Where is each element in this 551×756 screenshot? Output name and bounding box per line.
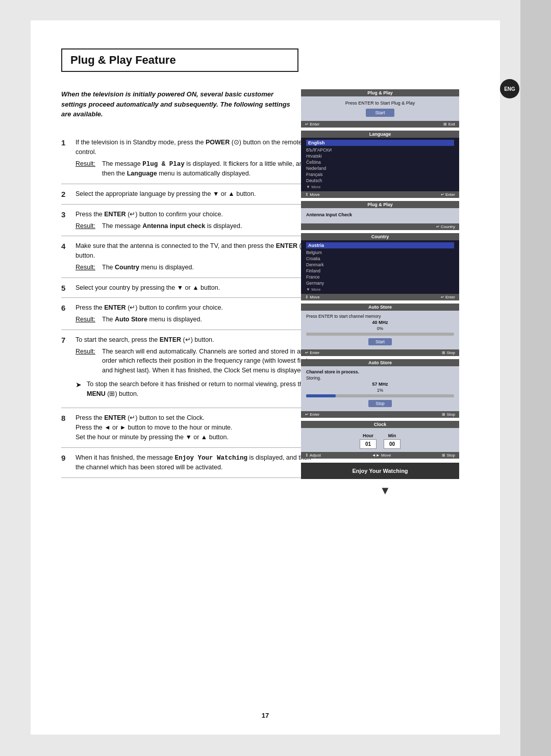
pp1-start-btn: Start: [366, 109, 394, 117]
as2-storing: Storing.: [306, 375, 454, 381]
step-6-content: Press the ENTER (↵) button to confirm yo…: [76, 303, 311, 324]
step-3-content: Press the ENTER (↵) button to confirm yo…: [76, 210, 311, 231]
intro-text: When the television is initially powered…: [61, 90, 290, 118]
screen-autostore1-title: Auto Store: [301, 304, 459, 311]
as2-channel-text: Channel store in process.: [306, 369, 454, 374]
country-item-2: Denmark: [306, 262, 454, 268]
country-selected: Austria: [306, 242, 454, 248]
screen-language-body: English БЪЛГАРСКИ Hrvatski Čeština Neder…: [301, 138, 459, 191]
screen-plugplay3-title: Plug & Play: [301, 201, 459, 208]
screen-autostore1-footer: ↵ Enter ⊞ Stop: [301, 349, 459, 356]
result-label-6: Result:: [76, 315, 102, 324]
step-2: 2 Select the appropriate language by pre…: [61, 184, 311, 205]
screen-autostore2-footer: ↵ Enter ⊞ Stop: [301, 411, 459, 418]
country-footer-left: ⇕ Move: [305, 295, 320, 299]
eng-badge: ENG: [500, 79, 519, 98]
step-1-number: 1: [61, 138, 76, 147]
eng-label: ENG: [504, 86, 515, 92]
note-7: ➤ To stop the search before it has finis…: [76, 377, 311, 401]
country-item-5: Germany: [306, 280, 454, 286]
step-9-number: 9: [61, 453, 76, 462]
lang-item-5: Deutsch: [306, 178, 454, 184]
step-2-content: Select the appropriate language by press…: [76, 189, 311, 199]
step-4-content: Make sure that the antenna is connected …: [76, 241, 311, 272]
step-8: 8 Press the ENTER (↵) button to set the …: [61, 408, 311, 447]
clock-hour-label: Hour: [360, 433, 377, 438]
country-item-0: Belgium: [306, 249, 454, 256]
step-4: 4 Make sure that the antenna is connecte…: [61, 236, 311, 278]
step-6-number: 6: [61, 303, 76, 312]
title-box: Plug & Play Feature: [61, 48, 298, 72]
clock-row: Hour 01 Min 00: [306, 433, 454, 449]
screen-autostore2: Auto Store Channel store in process. Sto…: [301, 359, 459, 418]
right-strip: [520, 0, 551, 756]
screen-plugplay3-footer: ↵ Country: [301, 223, 459, 230]
note-text-7: To stop the search before it has finishe…: [87, 380, 311, 399]
pp1-footer-left: ↵ Enter: [305, 122, 319, 127]
result-text-3: The message Antenna input check is displ…: [102, 221, 311, 231]
step-7-content: To start the search, press the ENTER (↵)…: [76, 335, 311, 403]
nav-arrow: ▼: [301, 484, 469, 497]
as1-start-btn: Start: [368, 338, 392, 345]
result-text-1: The message Plug & Play is displayed. It…: [102, 159, 311, 179]
as1-footer-left: ↵ Enter: [305, 350, 319, 355]
screens-column: Plug & Play Press ENTER to Start Plug & …: [301, 89, 469, 497]
screen-clock-footer: ⇕ Adjust ◄► Move ⊞ Stop: [301, 452, 459, 459]
step-3: 3 Press the ENTER (↵) button to confirm …: [61, 205, 311, 237]
step-8-content: Press the ENTER (↵) button to set the Cl…: [76, 413, 311, 442]
clock-footer-right: ⊞ Stop: [442, 453, 455, 458]
as1-press-text: Press ENTER to start channel memory: [306, 314, 454, 319]
screen-plugplay1-footer: ↵ Enter ⊞ Exit: [301, 121, 459, 128]
result-label-7: Result:: [76, 347, 102, 375]
screen-country-body: Austria Belgium Croatia Denmark Finland …: [301, 240, 459, 294]
step-2-number: 2: [61, 189, 76, 198]
country-item-1: Croatia: [306, 256, 454, 262]
screen-autostore2-title: Auto Store: [301, 359, 459, 366]
screen-country-footer: ⇕ Move ↵ Enter: [301, 294, 459, 300]
lang-more: ▼ More: [306, 185, 320, 189]
step-8-number: 8: [61, 413, 76, 422]
clock-min-col: Min 00: [384, 433, 400, 449]
result-text-6: The Auto Store menu is displayed.: [102, 315, 311, 324]
step-9-content: When it has finished, the message Enjoy …: [76, 453, 311, 473]
clock-min-val: 00: [384, 439, 400, 449]
intro-paragraph: When the television is initially powered…: [61, 89, 298, 119]
as2-stop-btn: Stop: [368, 400, 392, 407]
step-1-content: If the television is in Standby mode, pr…: [76, 138, 311, 179]
steps-container: 1 If the television is in Standby mode, …: [61, 133, 311, 478]
as2-footer-right: ⊞ Stop: [442, 412, 455, 417]
pp1-footer-right: ⊞ Exit: [443, 122, 455, 127]
as2-freq: 57 MHz: [306, 382, 454, 387]
page-number: 17: [262, 712, 269, 719]
arrow-icon: ➤: [76, 380, 87, 399]
step-1: 1 If the television is in Standby mode, …: [61, 133, 311, 184]
screen-language: Language English БЪЛГАРСКИ Hrvatski Češt…: [301, 131, 459, 198]
step-3-number: 3: [61, 210, 76, 219]
step-6: 6 Press the ENTER (↵) button to confirm …: [61, 298, 311, 330]
clock-hour-col: Hour 01: [360, 433, 377, 449]
result-label-4: Result:: [76, 263, 102, 272]
lang-footer-right: ↵ Enter: [441, 192, 455, 197]
screen-clock: Clock Hour 01 Min 00 ⇕ Adjust ◄► Move ⊞ …: [301, 421, 459, 459]
enjoy-box: Enjoy Your Watching: [301, 463, 459, 479]
as2-pct: 1%: [306, 388, 454, 393]
clock-min-label: Min: [384, 433, 400, 438]
screen-autostore1-body: Press ENTER to start channel memory 40 M…: [301, 311, 459, 349]
enjoy-text: Enjoy Your Watching: [352, 468, 408, 474]
screen-language-footer: ⇕ Move ↵ Enter: [301, 191, 459, 198]
clock-footer-mid: ◄► Move: [372, 453, 391, 458]
step-5-number: 5: [61, 283, 76, 292]
screen-autostore1: Auto Store Press ENTER to start channel …: [301, 304, 459, 356]
clock-footer-left: ⇕ Adjust: [305, 453, 321, 458]
down-arrow-icon: ▼: [380, 484, 391, 497]
result-text-4: The Country menu is displayed.: [102, 263, 311, 272]
screen-autostore2-body: Channel store in process. Storing. 57 MH…: [301, 366, 459, 411]
screen-clock-body: Hour 01 Min 00: [301, 428, 459, 452]
step-9: 9 When it has finished, the message Enjo…: [61, 448, 311, 478]
step-4-number: 4: [61, 241, 76, 250]
as2-progress-bg: [306, 394, 454, 397]
country-more: ▼ More: [306, 287, 320, 292]
result-text-7: The search will end automatically. Chann…: [102, 347, 311, 375]
screen-plugplay1: Plug & Play Press ENTER to Start Plug & …: [301, 89, 459, 128]
screen-country-title: Country: [301, 233, 459, 240]
